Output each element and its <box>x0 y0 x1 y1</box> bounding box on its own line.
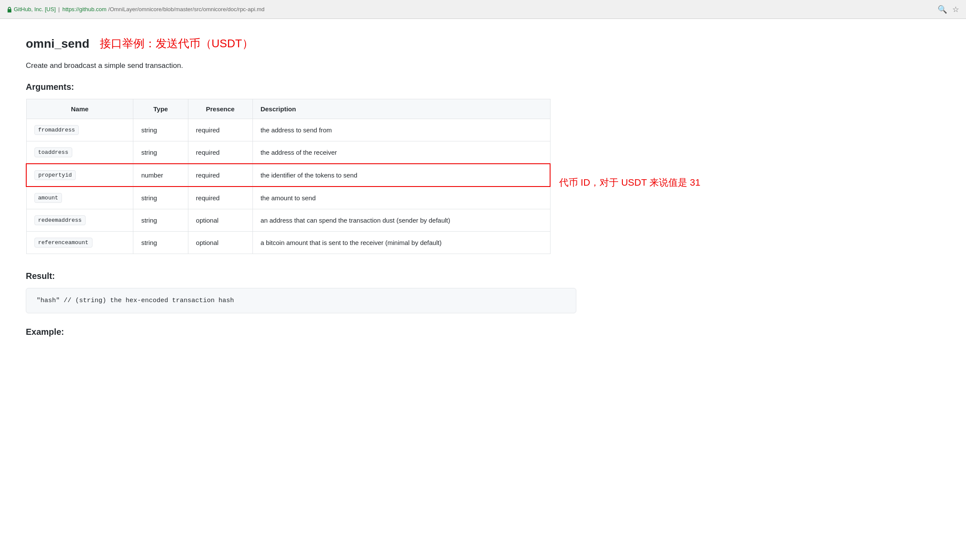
cell-type: string <box>133 209 188 232</box>
cell-presence: optional <box>188 209 252 232</box>
code-name: toaddress <box>34 147 72 157</box>
code-name: referenceamount <box>34 238 92 248</box>
row-annotation: 代币 ID，对于 USDT 来说值是 31 <box>559 176 700 189</box>
arguments-label: Arguments: <box>26 82 576 92</box>
separator: | <box>58 6 60 12</box>
cell-presence: required <box>188 141 252 164</box>
cell-name: referenceamount <box>26 232 133 254</box>
result-code-block: "hash" // (string) the hex-encoded trans… <box>26 288 576 313</box>
cell-presence: required <box>188 119 252 141</box>
security-badge: GitHub, Inc. [US] | https://github.com /… <box>7 6 265 12</box>
table-wrapper: Name Type Presence Description fromaddre… <box>26 99 576 271</box>
api-name: omni_send <box>26 37 89 51</box>
browser-chrome: GitHub, Inc. [US] | https://github.com /… <box>0 0 966 19</box>
description: Create and broadcast a simple send trans… <box>26 61 576 70</box>
cell-description: the address to send from <box>252 119 550 141</box>
cell-description: an address that can spend the transactio… <box>252 209 550 232</box>
col-header-name: Name <box>26 99 133 119</box>
table-row: referenceamountstringoptionala bitcoin a… <box>26 232 550 254</box>
cell-name: toaddress <box>26 141 133 164</box>
cell-description: the address of the receiver <box>252 141 550 164</box>
example-section: Example: <box>26 327 576 337</box>
cell-name: redeemaddress <box>26 209 133 232</box>
page-content: omni_send 接口举例：发送代币（USDT） Create and bro… <box>0 19 602 361</box>
annotation-container: 代币 ID，对于 USDT 来说值是 31 <box>551 99 700 189</box>
col-header-presence: Presence <box>188 99 252 119</box>
cell-presence: required <box>188 164 252 187</box>
table-row: redeemaddressstringoptionalan address th… <box>26 209 550 232</box>
table-row: toaddressstringrequiredthe address of th… <box>26 141 550 164</box>
code-name: fromaddress <box>34 125 79 135</box>
cell-type: string <box>133 187 188 209</box>
cell-type: string <box>133 232 188 254</box>
url-domain: https://github.com <box>62 6 107 12</box>
url-path: /OmniLayer/omnicore/blob/master/src/omni… <box>108 6 265 12</box>
table-row: propertyidnumberrequiredthe identifier o… <box>26 164 550 187</box>
table-row: amountstringrequiredthe amount to send <box>26 187 550 209</box>
cell-type: string <box>133 141 188 164</box>
page-header: omni_send 接口举例：发送代币（USDT） <box>26 36 576 51</box>
search-icon[interactable]: 🔍 <box>938 5 947 14</box>
example-label: Example: <box>26 327 576 337</box>
cell-name: propertyid <box>26 164 133 187</box>
cell-description: the identifier of the tokens to send <box>252 164 550 187</box>
result-label: Result: <box>26 271 576 281</box>
cell-description: a bitcoin amount that is sent to the rec… <box>252 232 550 254</box>
cell-description: the amount to send <box>252 187 550 209</box>
table-container: Name Type Presence Description fromaddre… <box>26 99 551 271</box>
browser-icons: 🔍 ☆ <box>938 5 959 14</box>
cell-type: string <box>133 119 188 141</box>
code-name: amount <box>34 193 62 203</box>
arguments-table: Name Type Presence Description fromaddre… <box>26 99 551 254</box>
result-code: "hash" // (string) the hex-encoded trans… <box>37 297 234 304</box>
chinese-title: 接口举例：发送代币（USDT） <box>100 36 253 51</box>
lock-icon <box>7 6 12 12</box>
col-header-description: Description <box>252 99 550 119</box>
code-name: redeemaddress <box>34 215 86 225</box>
col-header-type: Type <box>133 99 188 119</box>
cell-name: amount <box>26 187 133 209</box>
cell-name: fromaddress <box>26 119 133 141</box>
code-name: propertyid <box>34 170 76 180</box>
result-section: Result: "hash" // (string) the hex-encod… <box>26 271 576 313</box>
star-icon[interactable]: ☆ <box>952 5 959 14</box>
cell-presence: required <box>188 187 252 209</box>
cell-presence: optional <box>188 232 252 254</box>
table-row: fromaddressstringrequiredthe address to … <box>26 119 550 141</box>
table-header-row: Name Type Presence Description <box>26 99 550 119</box>
cell-type: number <box>133 164 188 187</box>
security-label: GitHub, Inc. [US] <box>14 6 56 12</box>
